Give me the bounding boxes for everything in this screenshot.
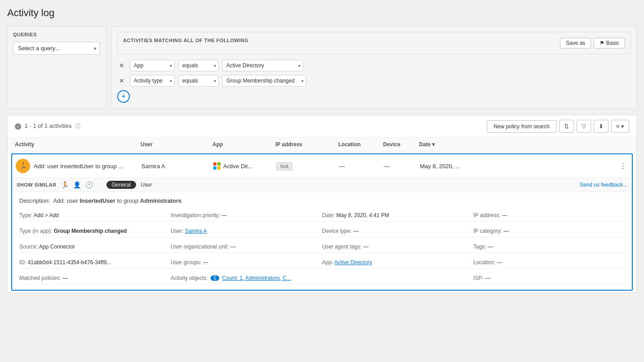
filter-val-2-select[interactable]: Group Membership changed (222, 75, 306, 87)
filter-field-2-select[interactable]: Activity type App (130, 75, 175, 87)
detail-org-unit: User organizational unit: — (171, 241, 322, 253)
col-ip[interactable]: IP address (275, 141, 338, 148)
activity-objects-badge: 5 (211, 275, 219, 281)
svg-rect-0 (213, 162, 216, 166)
basic-button[interactable]: ⚑ Basic (594, 38, 625, 48)
detail-description: Description: Add: user InsertedUser to g… (19, 197, 625, 204)
filter-val-2-wrap: Group Membership changed (222, 75, 306, 87)
detail-type-in-app: Type (in app): Group Membership changed (19, 225, 171, 237)
more-options-button[interactable]: ⋮ (618, 162, 628, 170)
activity-row-wrap: 🏃 Add: user InsertedUser to group ... Sa… (11, 153, 633, 291)
app-name: Active Dir... (223, 163, 253, 170)
windows-icon (213, 162, 221, 170)
detail-type: Type: Add > Add (19, 209, 171, 222)
col-date[interactable]: Date ▾ (419, 141, 629, 148)
badge-general: General (106, 181, 137, 189)
detail-user-agent-tags: User agent tags: — (322, 241, 473, 253)
svg-rect-1 (217, 162, 221, 166)
detail-ip: IP address: — (473, 209, 625, 222)
filter-button[interactable]: ▽ (577, 120, 591, 133)
columns-button[interactable]: ≡ ▾ (611, 120, 629, 133)
activity-cell: 🏃 Add: user InsertedUser to group ... (16, 159, 141, 173)
info-icon: i (15, 123, 21, 130)
panel-header-btns: Save as ⚑ Basic (560, 38, 625, 48)
query-select-wrap: Select a query... (13, 42, 100, 55)
queries-panel: QUERIES Select a query... (7, 26, 106, 109)
na-badge: N/A (276, 162, 292, 170)
detail-empty (322, 272, 473, 284)
activities-label: ACTIVITIES MATCHING ALL OF THE FOLLOWING (123, 38, 249, 43)
detail-section: Description: Add: user InsertedUser to g… (12, 192, 632, 290)
activities-panel: ACTIVITIES MATCHING ALL OF THE FOLLOWING… (111, 26, 637, 109)
new-policy-button[interactable]: New policy from search (487, 120, 556, 133)
filter-field-1-wrap: App Activity type (130, 60, 175, 71)
filter-op-2-wrap: equals not equals (178, 75, 219, 87)
detail-tags: Tags: — (473, 241, 625, 253)
results-count: i 1 - 1 of 1 activities ⓘ (15, 122, 80, 130)
info-icon-2: ⓘ (75, 123, 80, 129)
col-activity[interactable]: Activity (15, 141, 141, 148)
filter-op-1-select[interactable]: equals not equals (178, 60, 219, 71)
save-as-button[interactable]: Save as (560, 38, 591, 48)
ip-cell: N/A (276, 163, 339, 170)
description-text: Add: user InsertedUser to group Administ… (53, 197, 181, 204)
filter-row-1: ✕ App Activity type equals not equals Ac… (117, 60, 631, 71)
svg-rect-3 (217, 166, 221, 170)
query-select[interactable]: Select a query... (13, 42, 100, 55)
add-filter-button[interactable]: + (117, 90, 130, 103)
device-cell: — (384, 163, 420, 170)
send-feedback-link[interactable]: Send us feedback... (580, 182, 627, 188)
show-similar-bar: SHOW SIMILAR 🏃 👤 🕐 General User Send us … (12, 178, 632, 192)
filter-field-2-wrap: Activity type App (130, 75, 175, 87)
activity-name: Add: user InsertedUser to group ... (34, 163, 123, 170)
detail-isp: ISP: — (473, 272, 625, 284)
col-location[interactable]: Location (338, 141, 383, 148)
col-app[interactable]: App (212, 141, 275, 148)
user-cell: Samira A (141, 163, 213, 170)
time-similar-icon[interactable]: 🕐 (85, 181, 93, 188)
detail-device-type: Device type: — (322, 225, 473, 237)
filter-op-1-wrap: equals not equals (178, 60, 219, 71)
svg-rect-2 (213, 166, 216, 170)
user-similar-icon[interactable]: 👤 (73, 181, 81, 188)
queries-label: QUERIES (13, 32, 100, 37)
remove-filter-2-button[interactable]: ✕ (117, 77, 126, 84)
results-header: i 1 - 1 of 1 activities ⓘ New policy fro… (8, 115, 636, 138)
detail-matched-policies: Matched policies: — (19, 272, 171, 284)
detail-date: Date: May 8, 2020, 4:41 PM (322, 209, 473, 222)
filter-val-1-select[interactable]: Active Directory (222, 60, 303, 71)
app-cell: Active Dir... (213, 162, 276, 170)
col-user[interactable]: User (141, 141, 212, 148)
detail-activity-objects: Activity objects: 5 Count: 1, Administra… (171, 272, 322, 284)
badge-user: User (141, 182, 152, 188)
activity-icon: 🏃 (16, 159, 30, 173)
detail-grid: Type: Add > Add Investigation priority: … (19, 209, 625, 284)
filter-val-1-wrap: Active Directory (222, 60, 303, 71)
filter-op-2-select[interactable]: equals not equals (178, 75, 219, 87)
detail-user-groups: User groups: — (171, 257, 322, 269)
detail-id: ID: 41abb0d4-1511-4354-b476-34ff8... (19, 257, 171, 269)
detail-location: Location: — (473, 257, 625, 269)
results-actions: New policy from search ⇅ ▽ ⬇ ≡ ▾ (487, 120, 629, 133)
remove-filter-1-button[interactable]: ✕ (117, 62, 126, 69)
download-button[interactable]: ⬇ (594, 120, 609, 133)
description-label: Description: (19, 197, 52, 204)
filter-row-2: ✕ Activity type App equals not equals Gr… (117, 75, 631, 87)
date-cell: May 8, 2020, ... (420, 163, 618, 170)
col-device[interactable]: Device (383, 141, 419, 148)
location-cell: — (339, 163, 384, 170)
show-similar-label: SHOW SIMILAR (17, 182, 57, 188)
detail-app: App: Active Directory (322, 257, 473, 269)
table-row[interactable]: 🏃 Add: user InsertedUser to group ... Sa… (12, 154, 632, 178)
sort-button[interactable]: ⇅ (559, 120, 574, 133)
activity-similar-icon[interactable]: 🏃 (61, 181, 69, 188)
results-panel: i 1 - 1 of 1 activities ⓘ New policy fro… (7, 115, 637, 293)
page-title: Activity log (7, 7, 637, 19)
filter-field-1-select[interactable]: App Activity type (130, 60, 175, 71)
detail-source: Source: App Connector (19, 241, 171, 253)
detail-user: User: Samira A (171, 225, 322, 237)
detail-investigation: Investigation priority: — (171, 209, 322, 222)
detail-ip-category: IP category: — (473, 225, 625, 237)
table-header: Activity User App IP address Location De… (8, 138, 636, 152)
top-section: QUERIES Select a query... ACTIVITIES MAT… (7, 26, 637, 109)
